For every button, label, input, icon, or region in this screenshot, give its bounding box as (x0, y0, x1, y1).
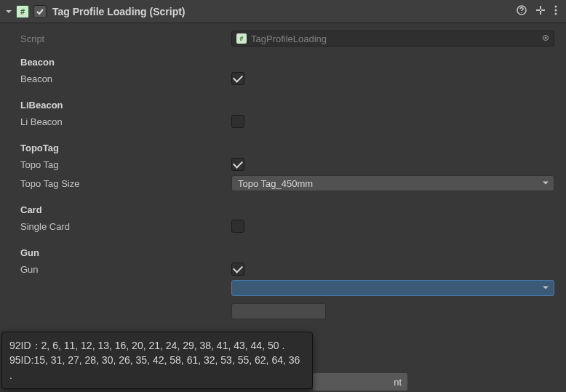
section-gun-title: Gun (20, 247, 554, 258)
topotag-label: Topo Tag (20, 159, 231, 170)
svg-point-6 (555, 6, 557, 8)
topotag-size-dropdown[interactable]: Topo Tag_450mm (231, 175, 554, 191)
section-topotag-title: TopoTag (20, 143, 554, 153)
beacon-label: Beacon (20, 73, 231, 84)
card-row: Single Card (20, 218, 554, 234)
script-mini-icon: # (236, 33, 247, 44)
beacon-row: Beacon (20, 71, 554, 87)
foldout-toggle[interactable] (4, 7, 13, 16)
svg-point-8 (555, 13, 557, 15)
help-icon[interactable] (517, 5, 527, 17)
script-row: Script # TagProfileLoading (20, 31, 554, 47)
gun-label: Gun (20, 264, 231, 275)
svg-point-1 (521, 12, 522, 13)
context-menu-icon[interactable] (554, 5, 557, 17)
script-label: Script (20, 33, 231, 44)
topotag-row: Topo Tag (20, 156, 554, 172)
topotag-size-row: Topo Tag Size Topo Tag_450mm (20, 175, 554, 191)
section-card-title: Card (20, 204, 554, 215)
extra-dropdown[interactable] (231, 303, 326, 319)
script-object-field[interactable]: # TagProfileLoading (231, 31, 554, 47)
libeacon-label: Li Beacon (20, 116, 231, 127)
preset-icon[interactable] (535, 5, 546, 17)
gun-type-row (20, 280, 554, 296)
inspector-content: Script # TagProfileLoading Beacon Beacon… (0, 23, 566, 327)
component-title: Tag Profile Loading (Script) (52, 6, 517, 17)
svg-rect-2 (536, 9, 540, 11)
card-checkbox[interactable] (231, 220, 244, 233)
tooltip: 92ID：2, 6, 11, 12, 13, 16, 20, 21, 24, 2… (1, 332, 313, 389)
svg-rect-4 (540, 6, 541, 9)
libeacon-checkbox[interactable] (231, 115, 244, 128)
header-actions (517, 5, 562, 17)
svg-point-10 (545, 37, 546, 39)
component-header: # Tag Profile Loading (Script) (0, 0, 566, 23)
topotag-checkbox[interactable] (231, 158, 244, 171)
script-file-icon: # (16, 5, 29, 18)
libeacon-row: Li Beacon (20, 113, 554, 129)
svg-rect-5 (540, 11, 541, 15)
tooltip-text: 92ID：2, 6, 11, 12, 13, 16, 20, 21, 24, 2… (9, 340, 300, 381)
topotag-size-label: Topo Tag Size (20, 178, 231, 189)
gun-extra-row (20, 303, 554, 319)
svg-rect-3 (541, 9, 545, 11)
svg-point-7 (555, 9, 557, 12)
gun-checkbox[interactable] (231, 263, 244, 276)
script-value: TagProfileLoading (251, 33, 327, 44)
chevron-down-icon (542, 283, 549, 294)
object-picker-icon[interactable] (539, 33, 551, 44)
topotag-size-value: Topo Tag_450mm (238, 178, 313, 189)
gun-row: Gun (20, 261, 554, 277)
section-beacon-title: Beacon (20, 57, 554, 68)
component-enabled-checkbox[interactable] (33, 5, 47, 18)
chevron-down-icon (542, 178, 549, 189)
section-libeacon-title: LiBeacon (20, 100, 554, 111)
obscured-button[interactable]: nt (313, 373, 407, 391)
gun-type-dropdown[interactable] (231, 280, 554, 296)
obscured-button-suffix: nt (394, 377, 402, 388)
beacon-checkbox[interactable] (231, 72, 244, 85)
card-label: Single Card (20, 221, 231, 232)
